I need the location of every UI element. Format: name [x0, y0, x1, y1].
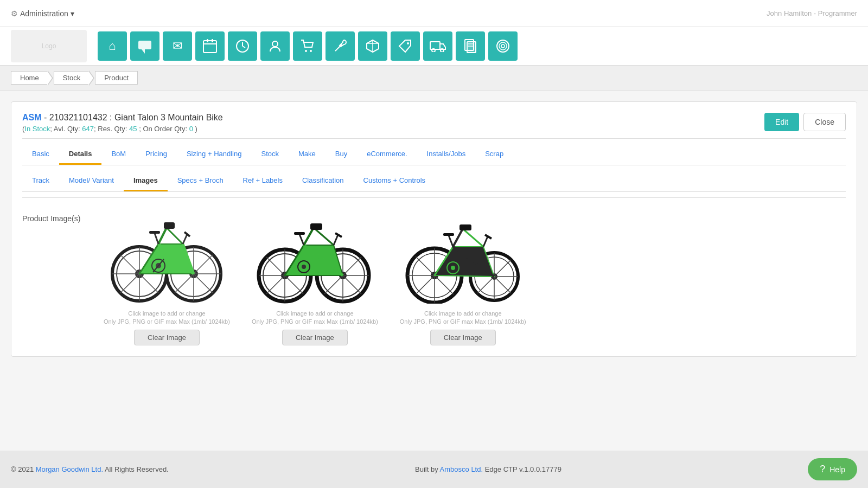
tabs-row-2: Track Model/ Variant Images Specs + Broc… — [22, 171, 846, 192]
tab-make[interactable]: Make — [289, 144, 326, 165]
edit-button[interactable]: Edit — [764, 113, 799, 131]
image-item-3: Click image to add or change Only JPG, P… — [400, 209, 526, 345]
tab-customs[interactable]: Customs + Controls — [354, 171, 436, 191]
tab-ref-labels[interactable]: Ref + Labels — [233, 171, 292, 191]
svg-line-44 — [194, 255, 213, 274]
chat-icon[interactable] — [130, 31, 159, 61]
bike-image-3[interactable] — [400, 209, 525, 306]
home-icon[interactable]: ⌂ — [98, 31, 127, 61]
svg-line-54 — [155, 233, 158, 244]
tab-model-variant[interactable]: Model/ Variant — [59, 171, 124, 191]
svg-line-35 — [139, 274, 158, 293]
product-card: ASM - 210321101432 : Giant Talon 3 Mount… — [11, 101, 857, 357]
svg-line-121 — [463, 229, 483, 247]
stock-status: In Stock — [24, 125, 50, 133]
close-button[interactable]: Close — [803, 113, 846, 131]
user-info: John Hamilton - Programmer — [767, 9, 857, 17]
svg-marker-1 — [142, 49, 145, 54]
footer-version: Edge CTP v.1.0.0.17779 — [485, 465, 561, 473]
product-header: ASM - 210321101432 : Giant Talon 3 Mount… — [22, 113, 846, 133]
bike-image-2[interactable] — [252, 209, 377, 306]
svg-rect-122 — [459, 224, 471, 230]
product-name-sep: : — [110, 113, 114, 122]
svg-line-87 — [314, 228, 334, 245]
svg-line-91 — [334, 235, 338, 245]
tab-stock[interactable]: Stock — [251, 144, 289, 165]
image-item-2: Click image to add or change Only JPG, P… — [252, 209, 378, 345]
tools-icon[interactable] — [326, 31, 355, 61]
calendar-icon[interactable] — [195, 31, 225, 61]
footer-company[interactable]: Morgan Goodwin Ltd. — [36, 465, 103, 473]
admin-label: Administration — [20, 9, 68, 18]
tab-bom[interactable]: BoM — [101, 144, 136, 165]
res-qty-label: Res. Qty: — [98, 125, 127, 133]
svg-rect-88 — [310, 223, 322, 230]
tab-basic[interactable]: Basic — [22, 144, 59, 165]
image-hint-3: Click image to add or change Only JPG, P… — [400, 310, 526, 326]
product-title: ASM - 210321101432 : Giant Talon 3 Mount… — [22, 113, 223, 123]
clear-image-button-3[interactable]: Clear Image — [430, 330, 496, 345]
breadcrumb-stock[interactable]: Stock — [54, 71, 90, 85]
clear-image-button-1[interactable]: Clear Image — [134, 330, 200, 345]
tab-buy[interactable]: Buy — [326, 144, 357, 165]
help-label: Help — [829, 465, 845, 474]
svg-line-80 — [343, 257, 361, 275]
svg-rect-2 — [203, 41, 216, 53]
mail-icon[interactable]: ✉ — [163, 31, 192, 61]
image-hint-1: Click image to add or change Only JPG, P… — [104, 310, 230, 326]
contacts-icon[interactable] — [260, 31, 290, 61]
footer-built-by[interactable]: Ambosco Ltd. — [440, 465, 483, 473]
tab-track[interactable]: Track — [22, 171, 59, 191]
tab-installs[interactable]: Installs/Jobs — [417, 144, 476, 165]
product-subtitle: (In Stock; Avl. Qty: 647; Res. Qty: 45 ;… — [22, 125, 223, 133]
svg-line-51 — [167, 228, 183, 244]
tab-details[interactable]: Details — [59, 144, 102, 165]
avl-qty-label: Avl. Qty: — [54, 125, 80, 133]
breadcrumb-product[interactable]: Product — [95, 71, 138, 85]
tab-pricing[interactable]: Pricing — [136, 144, 177, 165]
tab-scrap[interactable]: Scrap — [475, 144, 513, 165]
svg-line-50 — [158, 228, 167, 244]
header-buttons: Edit Close — [764, 113, 846, 131]
product-name: Giant Talon 3 Mountain Bike — [114, 113, 223, 122]
help-circle-icon[interactable] — [488, 31, 518, 61]
res-qty: 45 — [129, 125, 137, 133]
help-circle-icon: ? — [820, 464, 825, 475]
tab-classification[interactable]: Classification — [292, 171, 354, 191]
svg-point-17 — [441, 49, 444, 52]
tab-images[interactable]: Images — [124, 171, 168, 191]
docs-icon[interactable] — [456, 31, 485, 61]
avl-qty: 647 — [82, 125, 94, 133]
footer-right: Built by Ambosco Ltd. Edge CTP v.1.0.0.1… — [415, 465, 561, 473]
clear-image-button-2[interactable]: Clear Image — [282, 330, 348, 345]
svg-line-82 — [343, 275, 361, 294]
svg-point-11 — [310, 50, 312, 52]
image-item-1: Click image to add or change Only JPG, P… — [104, 209, 230, 345]
svg-line-105 — [435, 275, 454, 294]
truck-icon[interactable] — [423, 31, 452, 61]
tab-ecommerce[interactable]: eCommerce. — [357, 144, 417, 165]
svg-rect-19 — [467, 42, 476, 53]
product-info: ASM - 210321101432 : Giant Talon 3 Mount… — [22, 113, 223, 133]
svg-rect-0 — [138, 41, 151, 49]
svg-line-114 — [494, 260, 511, 277]
help-button[interactable]: ? Help — [808, 458, 857, 480]
tag-icon[interactable] — [391, 31, 420, 61]
svg-line-115 — [477, 277, 494, 293]
on-order-qty: 0 — [189, 125, 193, 133]
svg-line-32 — [120, 255, 139, 274]
svg-line-81 — [324, 275, 343, 294]
breadcrumb-home[interactable]: Home — [11, 71, 48, 85]
main-content: ASM - 210321101432 : Giant Talon 3 Mount… — [0, 91, 868, 368]
clock-icon[interactable] — [228, 31, 257, 61]
box-icon[interactable] — [358, 31, 387, 61]
tab-sizing[interactable]: Sizing + Handling — [177, 144, 252, 165]
tab-specs[interactable]: Specs + Broch — [168, 171, 233, 191]
svg-point-94 — [302, 265, 306, 269]
admin-menu[interactable]: ⚙ Administration ▾ — [11, 9, 74, 18]
svg-point-128 — [451, 266, 455, 270]
svg-line-89 — [299, 234, 304, 245]
svg-line-45 — [175, 274, 194, 293]
bike-image-1[interactable] — [104, 209, 229, 306]
cart-icon[interactable] — [293, 31, 322, 61]
